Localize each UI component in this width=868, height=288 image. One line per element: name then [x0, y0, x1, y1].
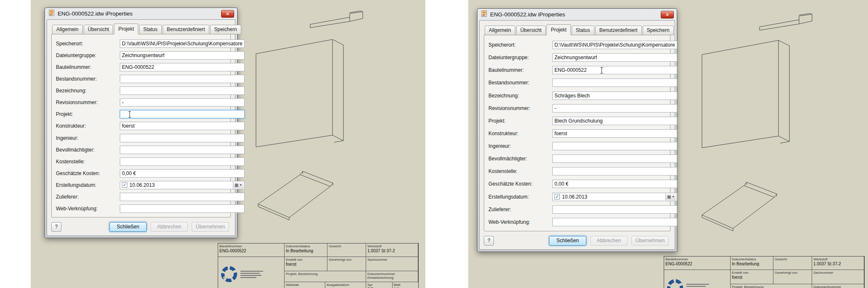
field-input-revisionsnummer[interactable]: - [552, 104, 677, 113]
field-input-geschatzte-kosten[interactable]: 0,00 € [552, 180, 677, 188]
checkbox-checked-icon[interactable]: ✓ [122, 182, 127, 188]
field-input-dateiuntergruppe[interactable]: Zeichnungsentwurf [120, 51, 245, 60]
field-input-projekt[interactable]: Blech Grundschulung [552, 117, 677, 125]
abbrechen-button[interactable]: Abbrechen [590, 236, 628, 246]
tab-status[interactable]: Status [139, 25, 162, 34]
help-button[interactable]: ? [484, 236, 494, 246]
field-input-bevollmachtigter[interactable] [120, 146, 245, 154]
field-row: Bevollmächtigter: [488, 154, 677, 163]
cad-view-flat-sheet [256, 170, 335, 223]
field-input-dateiuntergruppe[interactable]: Zeichnungsentwurf [552, 53, 677, 62]
tb-status-label: Dokumentstatus [286, 244, 326, 248]
field-row: Revisionsnummer:- [56, 98, 245, 107]
ubernehmen-button[interactable]: Übernehmen [631, 236, 669, 246]
field-label-dateiuntergruppe: Dateiuntergruppe: [56, 52, 120, 58]
field-label-dateiuntergruppe: Dateiuntergruppe: [488, 55, 552, 60]
field-input-erstellungsdatum[interactable]: ✓10.06.2013▦▼ [120, 181, 245, 189]
tab-status[interactable]: Status [572, 26, 594, 35]
field-row: Geschätzte Kosten:0,00 € [488, 180, 677, 188]
field-input-bauteilnummer[interactable]: ENG-0000522 [552, 66, 677, 74]
field-input-konstrukteur[interactable]: foerst [552, 129, 677, 138]
dialog-titlebar[interactable]: ENG-0000522.idw iProperties ✕ [479, 9, 675, 20]
field-input-bauteilnummer[interactable]: ENG-0000522 [120, 63, 245, 71]
field-input-bezeichnung[interactable]: Schräges Blech [552, 92, 677, 100]
field-input-kostenstelle[interactable] [552, 167, 677, 175]
field-value: ENG-0000522 [122, 64, 154, 70]
field-label-geschatzte-kosten: Geschätzte Kosten: [488, 181, 552, 187]
field-input-zulieferer[interactable] [120, 193, 245, 201]
drawing-title-block: Bauteilnummer ENG-0000522 Dokumentstatus… [218, 243, 419, 288]
field-value: 10.06.2013 [562, 194, 587, 200]
field-row: Geschätzte Kosten:0,00 € [56, 169, 245, 178]
field-value: ENG-0000522 [554, 67, 587, 73]
field-input-ingenieur[interactable] [552, 142, 677, 150]
ubernehmen-button[interactable]: Übernehmen [192, 222, 229, 232]
cad-view-flange-side [758, 13, 814, 33]
field-value: D:\Vault\WS\NUPIS\Projekte\Schulung\Komp… [122, 41, 243, 47]
tab-projekt[interactable]: Projekt [114, 24, 138, 34]
help-button[interactable]: ? [51, 222, 61, 232]
tb-approved-label: Genehmigt von [775, 271, 810, 275]
schliessen-button[interactable]: Schließen [109, 222, 147, 232]
field-input-speicherort[interactable]: D:\Vault\WS\NUPIS\Projekte\Schulung\Komp… [120, 39, 245, 48]
tab-projekt[interactable]: Projekt [546, 24, 570, 35]
schliessen-button[interactable]: Schließen [549, 236, 586, 246]
tab-allgemein[interactable]: Allgemein [485, 26, 515, 35]
field-input-ingenieur[interactable] [120, 134, 245, 142]
date-picker-dropdown[interactable]: ▦▼ [233, 182, 244, 189]
field-input-geschatzte-kosten[interactable]: 0,00 € [120, 169, 245, 178]
checkbox-checked-icon[interactable]: ✓ [554, 194, 560, 199]
field-input-speicherort[interactable]: D:\Vault\WS\NUPIS\Projekte\Schulung\Komp… [552, 41, 677, 49]
tab-speichern[interactable]: Speichern [210, 25, 241, 34]
company-logo-cell [218, 257, 285, 288]
company-address-text [240, 271, 263, 278]
field-input-erstellungsdatum[interactable]: ✓10.06.2013▦▼ [552, 193, 677, 201]
field-value: - [122, 99, 124, 105]
field-input-bezeichnung[interactable] [120, 86, 245, 95]
field-label-speicherort: Speicherort: [56, 41, 120, 47]
tab-speichern[interactable]: Speichern [643, 26, 674, 35]
tab-ubersicht[interactable]: Übersicht [516, 26, 546, 35]
tab-ubersicht[interactable]: Übersicht [84, 25, 113, 34]
dialog-button-bar: ? SchließenAbbrechenÜbernehmen [484, 235, 670, 246]
field-label-speicherort: Speicherort: [488, 42, 552, 48]
field-input-konstrukteur[interactable]: foerst [120, 122, 245, 130]
tab-strip: AllgemeinÜbersichtProjektStatusBenutzerd… [51, 24, 231, 34]
tb-material-value: 1.0037 St 37-2 [367, 249, 417, 254]
tab-benutzerdefiniert[interactable]: Benutzerdefiniert [595, 26, 642, 35]
close-icon[interactable]: ✕ [661, 11, 674, 18]
field-value: Zeichnungsentwurf [122, 52, 164, 58]
tab-allgemein[interactable]: Allgemein [52, 25, 83, 34]
field-input-kostenstelle[interactable] [120, 157, 245, 166]
dialog-titlebar[interactable]: ENG-0000522.idw iProperties ✕ [47, 8, 235, 19]
close-icon[interactable]: ✕ [221, 10, 234, 18]
cad-view-flange-side [309, 10, 364, 30]
tb-approved-label: Genehmigt von [329, 258, 364, 262]
field-row: Web-Verknüpfung: [488, 218, 677, 226]
field-label-bauteilnummer: Bauteilnummer: [56, 64, 120, 70]
drawing-title-block: Bauteilnummer ENG-0000522 Dokumentstatus… [664, 256, 865, 288]
ibeam-mouse-cursor [600, 67, 604, 74]
field-label-bestandsnummer: Bestandsnummer: [56, 76, 120, 82]
field-input-bevollmachtigter[interactable] [552, 154, 677, 163]
dialog-body: AllgemeinÜbersichtProjektStatusBenutzerd… [479, 20, 675, 250]
field-input-web-verknupfung[interactable] [120, 204, 245, 213]
field-input-revisionsnummer[interactable]: - [120, 98, 245, 107]
cad-view-main-sheet [699, 38, 796, 152]
date-picker-dropdown[interactable]: ▦▼ [665, 194, 676, 200]
field-value: - [554, 105, 556, 111]
tab-benutzerdefiniert[interactable]: Benutzerdefiniert [163, 25, 209, 34]
field-label-bauteilnummer: Bauteilnummer: [488, 67, 552, 73]
field-input-web-verknupfung[interactable] [552, 218, 677, 226]
abbrechen-button[interactable]: Abbrechen [150, 222, 188, 232]
field-input-bestandsnummer[interactable] [552, 79, 677, 87]
tb-material-value: 1.0037 St 37-2 [813, 262, 863, 267]
field-label-zulieferer: Zulieferer: [488, 207, 552, 212]
field-row: Projekt: [56, 110, 245, 118]
cad-view-main-sheet [253, 37, 350, 151]
field-row: Konstrukteur:foerst [488, 129, 677, 138]
field-input-projekt[interactable] [120, 110, 245, 118]
tb-weight-label: Gewicht [329, 244, 364, 248]
field-input-zulieferer[interactable] [552, 205, 677, 214]
field-input-bestandsnummer[interactable] [120, 75, 245, 83]
